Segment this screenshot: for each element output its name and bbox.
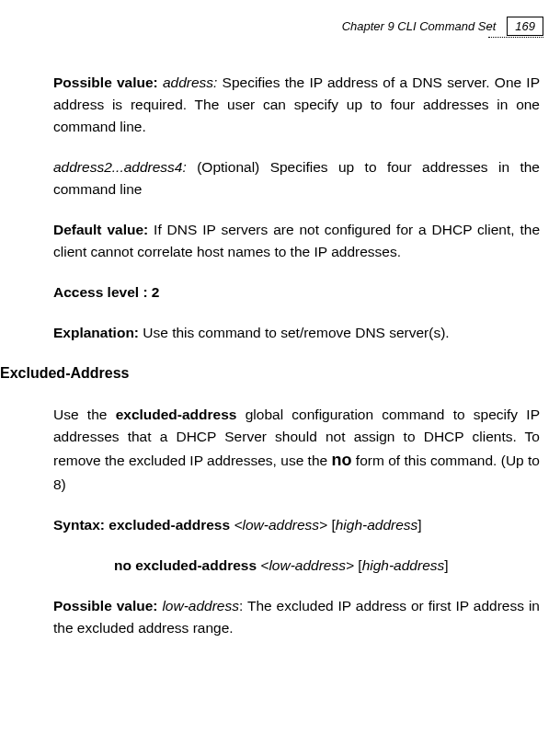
command-name: excluded-address [109, 517, 234, 533]
command-name: no excluded-address [114, 557, 260, 573]
field-label: Possible value: [53, 74, 163, 90]
page-header: Chapter 9 CLI Command Set 169 [342, 17, 543, 36]
param-name: high-address [362, 557, 445, 573]
excluded-address-desc: Use the excluded-address global configur… [53, 404, 540, 496]
explanation-para: Explanation: Use this command to set/rem… [53, 322, 540, 344]
body-text: Use this command to set/remove DNS serve… [139, 325, 450, 340]
no-keyword: no [332, 451, 352, 469]
field-label: Explanation: [53, 325, 139, 340]
param-name: address2...address4: [53, 159, 187, 175]
param-name: high-address [336, 517, 418, 533]
field-label: Access level : 2 [53, 284, 159, 300]
page-number: 169 [507, 17, 543, 36]
chapter-label: Chapter 9 CLI Command Set [342, 19, 497, 33]
syntax-line-1: Syntax: excluded-address <low-address> [… [53, 514, 540, 536]
bracket: ] [417, 517, 421, 533]
param-name: <low-address> [260, 557, 358, 573]
param-name: <low-address> [234, 517, 331, 533]
section-heading: Excluded-Address [0, 362, 540, 385]
header-divider [488, 37, 543, 38]
command-name: excluded-address [116, 407, 237, 422]
field-label: Default value: [53, 222, 148, 237]
address-optional-para: address2...address4: (Optional) Specifie… [53, 156, 540, 201]
access-level-para: Access level : 2 [53, 281, 540, 304]
document-body: Possible value: address: Specifies the I… [53, 72, 540, 658]
possible-value-para-2: Possible value: low-address: The exclude… [53, 595, 540, 639]
syntax-line-2: no excluded-address <low-address> [high-… [114, 555, 540, 577]
bracket: ] [444, 557, 448, 573]
param-name: low-address [162, 598, 239, 613]
field-label: Possible value: [53, 598, 162, 613]
body-text: Use the [53, 407, 116, 422]
default-value-para: Default value: If DNS IP servers are not… [53, 219, 540, 263]
field-label: Syntax: [53, 517, 109, 533]
possible-value-para: Possible value: address: Specifies the I… [53, 72, 540, 138]
param-name: address: [163, 74, 217, 90]
